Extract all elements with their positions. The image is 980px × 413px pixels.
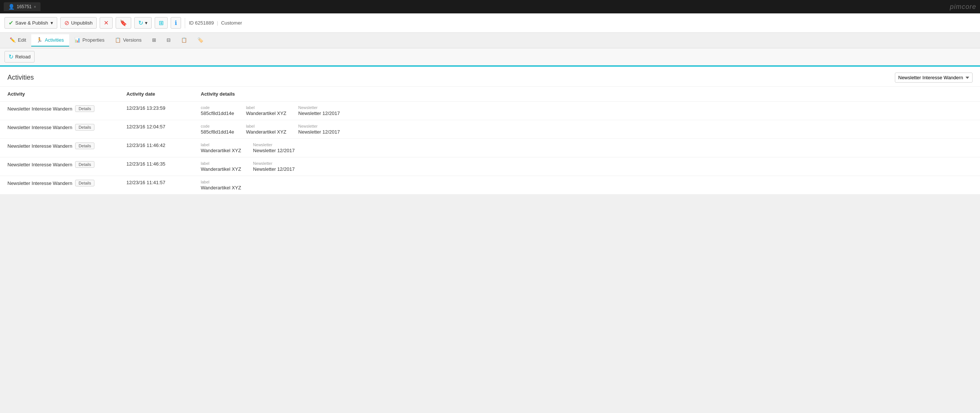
activity-name-wrapper: Newsletter Interesse WandernDetails [8,180,111,187]
unpublish-button[interactable]: ⊘ Unpublish [60,17,97,29]
tab-id: 165751 [17,4,32,9]
details-grid: code585cf8d1dd14elabelWanderartikel XYZN… [201,105,972,116]
save-dropdown-icon[interactable]: ▾ [51,20,53,26]
detail-value: Wanderartikel XYZ [201,166,241,172]
details-button[interactable]: Details [75,124,94,131]
detail-column: labelWanderartikel XYZ [246,105,286,116]
activity-name-cell-3: Newsletter Interesse WandernDetails [0,157,119,176]
activity-name-wrapper: Newsletter Interesse WandernDetails [8,161,111,168]
details-grid: labelWanderartikel XYZNewsletterNewslett… [201,142,972,153]
detail-value: Newsletter 12/2017 [253,166,295,172]
tab-properties-label: Properties [83,37,105,43]
reload-button[interactable]: ↻ Reload [5,51,35,62]
reload-toolbar-button[interactable]: ↻ ▾ [134,17,152,29]
grid-icon: ⊞ [152,37,156,43]
details-button[interactable]: Details [75,161,94,168]
detail-label: label [201,142,241,147]
filter-select[interactable]: Newsletter Interesse Wandern [895,73,972,83]
activity-name: Newsletter Interesse Wandern [8,143,72,149]
delete-button[interactable]: ✕ [100,17,113,29]
activity-name-cell-1: Newsletter Interesse WandernDetails [0,120,119,139]
info-button[interactable]: ℹ [171,17,181,29]
activity-name: Newsletter Interesse Wandern [8,180,72,186]
activity-date: 12/23/16 12:04:57 [119,120,193,139]
document-tab[interactable]: 👤 165751 × [4,2,41,11]
add-icon: ⊞ [159,19,164,26]
id-sep: | [217,20,218,26]
table-row: Newsletter Interesse WandernDetails12/23… [0,120,980,139]
action-bar: ↻ Reload [0,48,980,65]
person-icon: 👤 [8,4,14,10]
tag-icon: 🏷️ [197,37,204,43]
tab-clipboard[interactable]: 📋 [176,34,192,46]
detail-column: labelWanderartikel XYZ [201,142,241,153]
info-icon: ℹ [175,19,177,26]
table-row: Newsletter Interesse WandernDetails12/23… [0,157,980,176]
save-publish-button[interactable]: ✔ Save & Publish ▾ [5,17,57,29]
details-button[interactable]: Details [75,142,94,149]
detail-column: code585cf8d1dd14e [201,105,234,116]
tab-grid[interactable]: ⊞ [147,34,161,46]
versions-icon: 📋 [115,37,121,43]
detail-column: NewsletterNewsletter 12/2017 [253,161,295,172]
reload-label: Reload [15,54,30,59]
check-icon: ✔ [8,19,13,26]
tab-properties[interactable]: 📊 Properties [69,34,110,46]
pimcore-logo: pimcore [950,3,976,11]
details-button[interactable]: Details [75,105,94,112]
tab-activities[interactable]: 🏃 Activities [31,34,69,46]
bookmark-icon: 🔖 [120,19,127,26]
clipboard-icon: 📋 [181,37,187,43]
detail-column: code585cf8d1dd14e [201,124,234,135]
bookmark-button[interactable]: 🔖 [116,17,131,29]
detail-column: NewsletterNewsletter 12/2017 [298,124,340,135]
detail-label: Newsletter [298,124,340,128]
close-tab-button[interactable]: × [34,5,36,9]
table-row: Newsletter Interesse WandernDetails12/23… [0,139,980,157]
activity-details: labelWanderartikel XYZ [193,176,980,195]
tab-tiles[interactable]: ⊟ [161,34,176,46]
col-details: Activity details [193,87,980,102]
unpublish-icon: ⊘ [64,19,69,26]
table-row: Newsletter Interesse WandernDetails12/23… [0,102,980,120]
activity-name: Newsletter Interesse Wandern [8,124,72,130]
tab-versions[interactable]: 📋 Versions [110,34,147,46]
add-button[interactable]: ⊞ [155,17,168,29]
activity-name-wrapper: Newsletter Interesse WandernDetails [8,124,111,131]
edit-icon: ✏️ [10,37,16,43]
table-row: Newsletter Interesse WandernDetails12/23… [0,176,980,195]
tab-tag[interactable]: 🏷️ [192,34,208,46]
detail-column: labelWanderartikel XYZ [201,180,241,190]
detail-value: 585cf8d1dd14e [201,129,234,135]
detail-label: code [201,124,234,128]
customer-label: Customer [221,20,242,26]
detail-value: 585cf8d1dd14e [201,110,234,116]
reload-dropdown-icon[interactable]: ▾ [145,20,148,26]
detail-column: NewsletterNewsletter 12/2017 [253,142,295,153]
details-grid: code585cf8d1dd14elabelWanderartikel XYZN… [201,124,972,135]
detail-value: Newsletter 12/2017 [298,110,340,116]
unpublish-label: Unpublish [71,20,92,26]
col-date: Activity date [119,87,193,102]
main-toolbar: ✔ Save & Publish ▾ ⊘ Unpublish ✕ 🔖 ↻ ▾ ⊞… [0,13,980,33]
detail-value: Newsletter 12/2017 [253,148,295,153]
tab-edit-label: Edit [18,37,26,43]
details-grid: labelWanderartikel XYZNewsletterNewslett… [201,161,972,172]
details-grid: labelWanderartikel XYZ [201,180,972,190]
activity-name-wrapper: Newsletter Interesse WandernDetails [8,142,111,149]
id-label: ID 6251889 [189,20,214,26]
activity-name: Newsletter Interesse Wandern [8,106,72,112]
details-button[interactable]: Details [75,180,94,187]
activity-details: labelWanderartikel XYZNewsletterNewslett… [193,139,980,157]
id-customer-info: ID 6251889 | Customer [189,20,242,26]
delete-icon: ✕ [104,19,108,26]
detail-column: NewsletterNewsletter 12/2017 [298,105,340,116]
detail-label: Newsletter [253,161,295,166]
detail-label: code [201,105,234,110]
title-bar: 👤 165751 × pimcore [0,0,980,13]
activity-details: code585cf8d1dd14elabelWanderartikel XYZN… [193,120,980,139]
detail-label: Newsletter [253,142,295,147]
activity-details: code585cf8d1dd14elabelWanderartikel XYZN… [193,102,980,120]
toolbar-divider [185,18,185,28]
tab-edit[interactable]: ✏️ Edit [5,34,31,46]
